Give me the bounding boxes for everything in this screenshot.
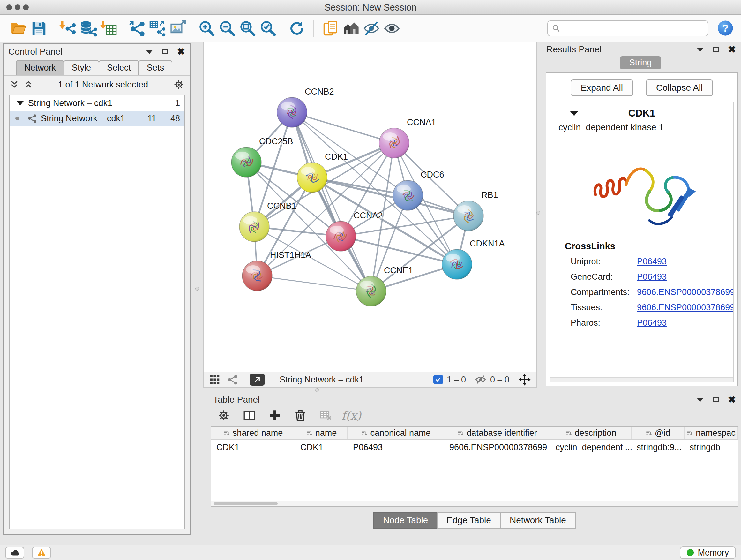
birds-eye-view-button[interactable] bbox=[209, 374, 221, 386]
selected-items-checkbox[interactable] bbox=[433, 375, 443, 384]
left-splitter-handle[interactable] bbox=[195, 287, 199, 291]
cell-shared-name[interactable]: CDK1 bbox=[211, 442, 295, 452]
cell-id[interactable]: stringdb:9... bbox=[631, 442, 684, 452]
network-node-CDK1[interactable]: CDK1 bbox=[297, 152, 348, 192]
function-builder-button[interactable]: f(x) bbox=[343, 408, 359, 423]
tab-network-table[interactable]: Network Table bbox=[500, 512, 576, 529]
clone-network-button[interactable] bbox=[320, 18, 341, 39]
column-header-canonical-name[interactable]: canonical name bbox=[348, 427, 444, 439]
fit-selected-button[interactable] bbox=[518, 373, 531, 386]
zoom-in-button[interactable] bbox=[197, 18, 217, 39]
results-panel-close-button[interactable]: ✖ bbox=[728, 45, 736, 54]
column-header-description[interactable]: description bbox=[550, 427, 631, 439]
cell-namespace[interactable]: stringdb bbox=[684, 442, 738, 452]
table-options-button[interactable] bbox=[216, 408, 232, 423]
refresh-view-button[interactable] bbox=[286, 18, 307, 39]
tab-string[interactable]: String bbox=[620, 56, 662, 69]
control-panel-float-button[interactable] bbox=[162, 49, 168, 54]
table-row[interactable]: CDK1 CDK1 P06493 9606.ENSP00000378699 cy… bbox=[211, 440, 738, 455]
control-panel-close-button[interactable]: ✖ bbox=[177, 47, 185, 57]
warnings-button[interactable] bbox=[32, 547, 51, 559]
results-panel-float-button[interactable] bbox=[713, 47, 719, 52]
hide-graphics-details-button[interactable] bbox=[361, 18, 382, 39]
crosslink-uniprot[interactable]: P06493 bbox=[637, 257, 734, 266]
tab-node-table[interactable]: Node Table bbox=[374, 512, 437, 529]
network-collection-row[interactable]: String Network – cdk1 1 bbox=[10, 96, 185, 111]
cloud-button[interactable] bbox=[5, 547, 24, 559]
tab-style[interactable]: Style bbox=[64, 60, 99, 76]
expand-all-networks-button[interactable] bbox=[23, 80, 33, 89]
table-panel-menu-button[interactable] bbox=[697, 398, 704, 402]
network-view-grid-button[interactable] bbox=[226, 374, 239, 386]
open-session-button[interactable] bbox=[8, 18, 29, 39]
tree-expander-icon[interactable] bbox=[17, 101, 23, 105]
results-scrollbar[interactable] bbox=[550, 377, 733, 382]
network-node-label: CDK1 bbox=[325, 152, 348, 162]
cell-description[interactable]: cyclin–dependent ... bbox=[550, 442, 631, 452]
show-home-panel-button[interactable] bbox=[341, 18, 361, 39]
import-network-from-file-button[interactable] bbox=[57, 18, 78, 39]
cell-name[interactable]: CDK1 bbox=[295, 442, 348, 452]
delete-table-button[interactable] bbox=[318, 408, 334, 423]
section-expander-icon[interactable] bbox=[570, 111, 578, 116]
column-header-shared-name[interactable]: shared name bbox=[211, 427, 295, 439]
table-panel-float-button[interactable] bbox=[713, 397, 719, 402]
network-node-CCNA1[interactable]: CCNA1 bbox=[379, 118, 436, 158]
help-button[interactable]: ? bbox=[716, 19, 735, 38]
cell-canonical-name[interactable]: P06493 bbox=[348, 442, 444, 452]
tab-network[interactable]: Network bbox=[16, 60, 64, 76]
expand-all-button[interactable]: Expand All bbox=[570, 79, 633, 96]
crosslink-compartments[interactable]: 9606.ENSP00000378699 bbox=[637, 287, 734, 297]
cell-database-identifier[interactable]: 9606.ENSP00000378699 bbox=[444, 442, 550, 452]
network-node-CCNB2[interactable]: CCNB2 bbox=[277, 87, 334, 127]
column-header-name[interactable]: name bbox=[295, 427, 348, 439]
collapse-all-button[interactable]: Collapse All bbox=[646, 79, 713, 96]
import-table-button[interactable] bbox=[98, 18, 119, 39]
table-horizontal-scrollbar[interactable] bbox=[211, 501, 738, 506]
new-network-from-selection-button[interactable] bbox=[127, 18, 147, 39]
network-options-button[interactable] bbox=[173, 79, 185, 90]
network-edge-CCNB2-CCNA1[interactable] bbox=[292, 112, 394, 143]
control-panel-menu-button[interactable] bbox=[146, 50, 153, 54]
crosslink-genecard[interactable]: P06493 bbox=[637, 272, 734, 282]
search-box[interactable] bbox=[547, 20, 709, 37]
results-panel-menu-button[interactable] bbox=[697, 48, 704, 52]
zoom-selected-button[interactable] bbox=[258, 18, 278, 39]
right-splitter-handle[interactable] bbox=[536, 211, 540, 214]
network-edge-HIST1H1A-CCNE1[interactable] bbox=[257, 276, 371, 291]
tab-edge-table[interactable]: Edge Table bbox=[437, 512, 501, 529]
memory-button[interactable]: Memory bbox=[680, 546, 736, 559]
network-node-CDKN1A[interactable]: CDKN1A bbox=[442, 239, 505, 279]
zoom-fit-button[interactable] bbox=[238, 18, 258, 39]
save-session-button[interactable] bbox=[29, 18, 49, 39]
tab-select[interactable]: Select bbox=[98, 60, 139, 76]
import-network-from-database-button[interactable] bbox=[78, 18, 98, 39]
network-row[interactable]: String Network – cdk1 11 48 bbox=[10, 111, 185, 126]
tab-sets[interactable]: Sets bbox=[138, 60, 172, 76]
search-input[interactable] bbox=[564, 23, 704, 33]
export-image-button[interactable] bbox=[168, 18, 188, 39]
column-header-namespace[interactable]: namespac bbox=[684, 427, 738, 439]
delete-column-button[interactable] bbox=[292, 408, 308, 423]
new-network-and-table-button[interactable] bbox=[147, 18, 168, 39]
zoom-out-button[interactable] bbox=[217, 18, 238, 39]
collapse-all-networks-button[interactable] bbox=[10, 80, 19, 89]
scrollbar-thumb[interactable] bbox=[214, 502, 278, 505]
crosslink-tissues[interactable]: 9606.ENSP00000378699 bbox=[637, 303, 734, 313]
column-header-id[interactable]: @id bbox=[631, 427, 684, 439]
table-panel-close-button[interactable]: ✖ bbox=[728, 395, 736, 405]
network-node-RB1[interactable]: RB1 bbox=[454, 190, 498, 231]
detach-view-button[interactable] bbox=[250, 374, 265, 386]
show-columns-button[interactable] bbox=[241, 408, 257, 423]
column-header-database-identifier[interactable]: database identifier bbox=[444, 427, 550, 439]
network-canvas[interactable]: CCNB2CCNA1CDC25BCDK1CDC6RB1CCNB1CCNA2CDK… bbox=[203, 42, 537, 372]
crosslink-pharos[interactable]: P06493 bbox=[637, 318, 734, 328]
network-node-CCNE1[interactable]: CCNE1 bbox=[356, 266, 413, 306]
create-column-button[interactable] bbox=[267, 408, 283, 423]
bottom-splitter-handle[interactable] bbox=[315, 388, 319, 392]
show-graphics-details-button[interactable] bbox=[382, 18, 402, 39]
network-edge-CCNB2-CCNE1[interactable] bbox=[292, 112, 371, 291]
network-graph[interactable]: CCNB2CCNA1CDC25BCDK1CDC6RB1CCNB1CCNA2CDK… bbox=[204, 42, 536, 372]
network-node-CDC6[interactable]: CDC6 bbox=[393, 170, 444, 210]
network-node-HIST1H1A[interactable]: HIST1H1A bbox=[242, 250, 311, 291]
